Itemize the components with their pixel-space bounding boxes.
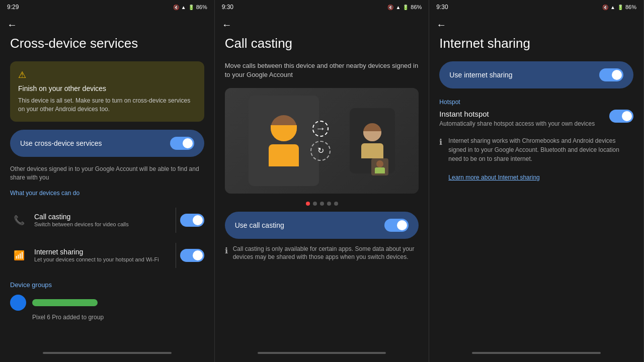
- internet-sharing-info-text: Internet sharing works with Chromebooks …: [448, 136, 633, 163]
- instant-hotspot-row: Instant hotspot Automatically share hots…: [439, 110, 633, 128]
- helper-text-1: Other devices signed in to your Google A…: [10, 165, 204, 182]
- back-bar-3[interactable]: ←: [429, 14, 643, 36]
- internet-sharing-name: Internet sharing: [34, 248, 166, 256]
- internet-sharing-toggle-label: Use internet sharing: [449, 71, 512, 79]
- internet-sharing-text: Internet sharing Let your devices connec…: [28, 248, 172, 263]
- call-casting-info-text: Call casting is only available for certa…: [233, 245, 419, 262]
- cross-device-toggle-card[interactable]: Use cross-device services: [10, 130, 204, 157]
- status-bar-1: 9:29 🔇 ▲ 🔋 86%: [0, 0, 214, 14]
- internet-sharing-info-card: ℹ Internet sharing works with Chromebook…: [439, 136, 633, 182]
- time-3: 9:30: [436, 4, 448, 11]
- battery-icon-2: 🔋: [403, 5, 409, 10]
- warning-desc: This device is all set. Make sure to tur…: [18, 97, 196, 114]
- internet-sharing-main-toggle[interactable]: [599, 68, 623, 81]
- warning-title: Finish on your other devices: [18, 84, 196, 93]
- status-bar-2: 9:30 🔇 ▲ 🔋 86%: [215, 0, 429, 14]
- call-casting-toggle-label: Use call casting: [235, 221, 284, 229]
- call-casting-info: ℹ Call casting is only available for cer…: [225, 245, 419, 262]
- divider-2: [176, 243, 176, 268]
- content-1: Cross-device services ⚠ Finish on your o…: [0, 36, 214, 362]
- wifi-icon-2: ▲: [395, 5, 400, 10]
- content-2: Call casting Move calls between this dev…: [215, 36, 429, 362]
- avatar-left: [271, 115, 297, 141]
- internet-sharing-icon-wrap: 📶: [10, 250, 28, 261]
- scroll-indicator-1: [43, 352, 171, 354]
- dot-3: [320, 202, 324, 206]
- call-casting-text: Call casting Switch between devices for …: [28, 213, 172, 228]
- page-title-3: Internet sharing: [439, 36, 633, 51]
- page-title-2: Call casting: [225, 36, 419, 51]
- wifi-icon-3: ▲: [610, 5, 615, 10]
- instant-hotspot-desc: Automatically share hotspot access with …: [439, 120, 601, 128]
- status-icons-1: 🔇 ▲ 🔋 86%: [173, 4, 207, 10]
- dot-2: [313, 202, 317, 206]
- instant-hotspot-name: Instant hotspot: [439, 110, 601, 118]
- status-icons-2: 🔇 ▲ 🔋 86%: [387, 4, 422, 10]
- call-casting-name: Call casting: [34, 213, 166, 221]
- call-casting-toggle-card[interactable]: Use call casting: [225, 212, 419, 239]
- status-icons-3: 🔇 ▲ 🔋 86%: [602, 4, 636, 10]
- scroll-indicator-3: [472, 352, 600, 354]
- device-groups-label: Device groups: [10, 281, 204, 289]
- instant-hotspot-text: Instant hotspot Automatically share hots…: [439, 110, 601, 128]
- internet-sharing-info-body: Internet sharing works with Chromebooks …: [448, 136, 633, 182]
- instant-hotspot-toggle[interactable]: [609, 110, 633, 123]
- left-phone: [249, 96, 319, 186]
- feature-call-casting: 📞 Call casting Switch between devices fo…: [10, 203, 204, 238]
- call-casting-icon-wrap: 📞: [10, 215, 28, 226]
- call-casting-desc: Switch between devices for video calls: [34, 221, 166, 228]
- back-arrow-2[interactable]: ←: [222, 19, 232, 31]
- illustration-bg: → ↻: [225, 88, 419, 194]
- info-icon-2: ℹ: [225, 246, 228, 255]
- dot-4: [327, 202, 331, 206]
- hotspot-section-label: Hotspot: [439, 99, 633, 106]
- avatar-right: [363, 123, 381, 141]
- panel-internet-sharing: 9:30 🔇 ▲ 🔋 86% ← Internet sharing Use in…: [429, 0, 644, 362]
- dot-1: [306, 202, 310, 206]
- back-bar-1[interactable]: ←: [0, 14, 214, 36]
- call-illustration: → ↻: [225, 88, 419, 194]
- dot-5: [334, 202, 338, 206]
- call-casting-desc-main: Move calls between this device and other…: [225, 61, 419, 79]
- time-1: 9:29: [7, 4, 19, 11]
- back-bar-2[interactable]: ←: [215, 14, 429, 36]
- device-progress-bar: [32, 299, 98, 306]
- info-icon-3: ℹ: [439, 137, 442, 182]
- device-name-label: Pixel 6 Pro added to group: [10, 314, 204, 321]
- battery-pct-1: 86%: [196, 4, 207, 10]
- device-row: [10, 295, 204, 311]
- learn-more-link[interactable]: Learn more about Internet sharing: [448, 174, 539, 181]
- call-casting-main-toggle[interactable]: [384, 219, 409, 232]
- signal-icon-3: 🔇: [602, 5, 608, 10]
- battery-pct-3: 86%: [625, 4, 636, 10]
- feature-internet-sharing: 📶 Internet sharing Let your devices conn…: [10, 238, 204, 273]
- back-arrow-3[interactable]: ←: [436, 19, 446, 31]
- small-thumbnail: [371, 158, 388, 175]
- call-casting-toggle[interactable]: [180, 214, 204, 227]
- transfer-arrows: → ↻: [310, 121, 331, 161]
- device-avatar: [10, 295, 26, 311]
- cross-device-toggle-label: Use cross-device services: [20, 139, 102, 147]
- back-arrow-1[interactable]: ←: [7, 19, 17, 31]
- divider-1: [176, 208, 176, 233]
- page-title-1: Cross-device services: [10, 36, 204, 51]
- body-right: [361, 143, 383, 158]
- signal-icon-2: 🔇: [387, 5, 393, 10]
- internet-sharing-desc: Let your devices connect to your hotspot…: [34, 256, 166, 263]
- internet-sharing-toggle-card[interactable]: Use internet sharing: [439, 61, 633, 88]
- carousel-dots: [225, 202, 419, 206]
- time-2: 9:30: [222, 4, 233, 11]
- status-bar-3: 9:30 🔇 ▲ 🔋 86%: [429, 0, 643, 14]
- cross-device-toggle-switch[interactable]: [170, 137, 194, 150]
- arrow-right-icon: →: [312, 121, 329, 137]
- what-devices-label: What your devices can do: [10, 190, 204, 197]
- battery-icon-1: 🔋: [188, 5, 194, 10]
- signal-icon-1: 🔇: [173, 5, 179, 10]
- panel-cross-device: 9:29 🔇 ▲ 🔋 86% ← Cross-device services ⚠…: [0, 0, 215, 362]
- internet-sharing-toggle[interactable]: [180, 249, 204, 262]
- content-3: Internet sharing Use internet sharing Ho…: [429, 36, 643, 362]
- wifi-icon-1: ▲: [181, 5, 186, 10]
- panel-call-casting: 9:30 🔇 ▲ 🔋 86% ← Call casting Move calls…: [215, 0, 430, 362]
- battery-icon-3: 🔋: [617, 5, 623, 10]
- warning-card: ⚠ Finish on your other devices This devi…: [10, 61, 204, 122]
